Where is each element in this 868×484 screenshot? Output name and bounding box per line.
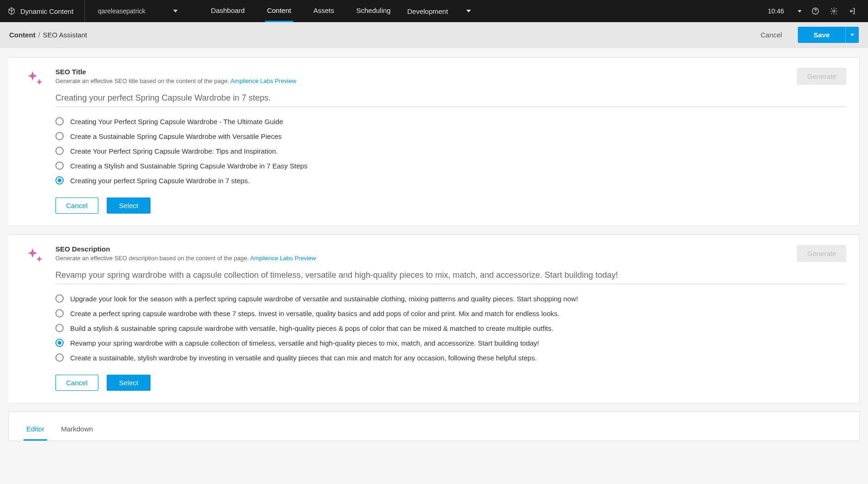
option-label: Upgrade your look for the season with a … — [70, 295, 578, 303]
seo-title-select-button[interactable]: Select — [107, 197, 151, 214]
seo-description-options: Upgrade your look for the season with a … — [55, 294, 846, 362]
time-select[interactable]: 10:46 — [768, 7, 802, 15]
seo-title-heading: SEO Title — [55, 68, 797, 76]
help-icon[interactable] — [811, 6, 820, 16]
nav-assets[interactable]: Assets — [312, 0, 336, 22]
radio-icon — [55, 339, 64, 347]
save-more-button[interactable] — [845, 27, 859, 43]
seo-description-option[interactable]: Create a perfect spring capsule wardrobe… — [55, 309, 846, 317]
editor-card: Editor Markdown — [8, 412, 860, 441]
tab-editor[interactable]: Editor — [24, 420, 47, 441]
seo-title-value[interactable]: Creating your perfect Spring Capsule War… — [55, 93, 846, 107]
radio-icon — [55, 161, 64, 170]
seo-description-select-button[interactable]: Select — [107, 375, 151, 391]
seo-description-option[interactable]: Revamp your spring wardrobe with a capsu… — [55, 339, 846, 347]
radio-icon — [55, 132, 64, 140]
seo-title-subtitle: Generate an effective SEO title based on… — [55, 78, 797, 84]
seo-title-options: Creating Your Perfect Spring Capsule War… — [55, 117, 846, 185]
chevron-down-icon — [466, 10, 471, 12]
seo-title-option[interactable]: Creating your perfect Spring Capsule War… — [55, 176, 846, 185]
option-label: Create Your Perfect Spring Capsule Wardr… — [70, 147, 278, 155]
development-select[interactable]: Development — [394, 0, 484, 22]
option-label: Create a Sustainable Spring Capsule Ward… — [70, 132, 282, 140]
seo-description-option[interactable]: Upgrade your look for the season with a … — [55, 294, 846, 303]
nav-scheduling[interactable]: Scheduling — [355, 0, 392, 22]
svg-point-2 — [833, 10, 835, 12]
sparkle-icon — [25, 69, 45, 89]
amplience-labs-link[interactable]: Amplience Labs Preview — [250, 255, 316, 262]
radio-icon — [55, 324, 64, 332]
logout-icon[interactable] — [848, 6, 857, 16]
cancel-button[interactable]: Cancel — [750, 26, 792, 43]
seo-description-heading: SEO Description — [55, 245, 797, 253]
radio-icon — [55, 294, 64, 303]
amplience-labs-link[interactable]: Amplience Labs Preview — [230, 78, 296, 84]
seo-title-option[interactable]: Creating Your Perfect Spring Capsule War… — [55, 117, 846, 125]
brand-logo-icon — [7, 7, 16, 15]
development-label: Development — [407, 7, 448, 15]
chevron-down-icon — [850, 34, 854, 36]
breadcrumb-root[interactable]: Content — [9, 31, 36, 39]
seo-description-option[interactable]: Create a sustainable, stylish wardrobe b… — [55, 353, 846, 362]
seo-title-option[interactable]: Creating a Stylish and Sustainable Sprin… — [55, 161, 846, 170]
seo-title-option[interactable]: Create a Sustainable Spring Capsule Ward… — [55, 132, 846, 140]
nav-content[interactable]: Content — [265, 0, 293, 22]
radio-icon — [55, 117, 64, 125]
seo-title-card: SEO Title Generate an effective SEO titl… — [8, 57, 860, 226]
seo-title-subtitle-text: Generate an effective SEO title based on… — [55, 78, 230, 84]
workspace-select[interactable]: qareleasepatrick — [85, 0, 191, 22]
generate-description-button[interactable]: Generate — [797, 245, 846, 262]
option-label: Revamp your spring wardrobe with a capsu… — [70, 339, 539, 347]
option-label: Build a stylish & sustainable spring cap… — [70, 324, 553, 332]
top-nav: Dynamic Content qareleasepatrick Dashboa… — [0, 0, 868, 22]
chevron-down-icon — [798, 10, 802, 12]
svg-point-1 — [815, 12, 816, 13]
brand-label: Dynamic Content — [20, 7, 73, 15]
settings-icon[interactable] — [829, 6, 838, 16]
radio-icon — [55, 309, 64, 317]
topnav-right: 10:46 — [768, 0, 868, 22]
time-value: 10:46 — [768, 7, 784, 15]
action-bar: Content / SEO Assistant Cancel Save — [0, 22, 868, 48]
main-nav-links: Dashboard Content Assets Scheduling — [191, 0, 392, 22]
content-scroll: SEO Title Generate an effective SEO titl… — [0, 48, 868, 484]
radio-icon — [55, 176, 64, 185]
option-label: Creating Your Perfect Spring Capsule War… — [70, 118, 283, 125]
seo-description-card: SEO Description Generate an effective SE… — [8, 234, 860, 403]
save-button[interactable]: Save — [798, 27, 845, 43]
chevron-down-icon — [173, 10, 178, 12]
seo-title-option[interactable]: Create Your Perfect Spring Capsule Wardr… — [55, 147, 846, 155]
seo-description-cancel-button[interactable]: Cancel — [55, 375, 98, 391]
seo-title-cancel-button[interactable]: Cancel — [55, 197, 98, 214]
seo-description-subtitle-text: Generate an effective SEO description ba… — [55, 255, 250, 262]
seo-description-option[interactable]: Build a stylish & sustainable spring cap… — [55, 324, 846, 332]
workspace-name: qareleasepatrick — [98, 7, 145, 15]
radio-icon — [55, 147, 64, 155]
nav-dashboard[interactable]: Dashboard — [209, 0, 247, 22]
brand: Dynamic Content — [0, 0, 84, 22]
breadcrumb-separator: / — [38, 31, 40, 39]
seo-description-value[interactable]: Revamp your spring wardrobe with a capsu… — [55, 270, 846, 284]
radio-icon — [55, 353, 64, 362]
option-label: Creating a Stylish and Sustainable Sprin… — [70, 162, 307, 170]
tab-markdown[interactable]: Markdown — [58, 420, 96, 441]
editor-tabs: Editor Markdown — [18, 412, 850, 441]
sparkle-icon — [25, 246, 45, 266]
option-label: Creating your perfect Spring Capsule War… — [70, 177, 250, 185]
option-label: Create a sustainable, stylish wardrobe b… — [70, 354, 537, 362]
breadcrumb-current: SEO Assistant — [43, 31, 87, 39]
save-button-group: Save — [798, 27, 859, 43]
seo-description-subtitle: Generate an effective SEO description ba… — [55, 255, 797, 262]
generate-title-button[interactable]: Generate — [797, 68, 846, 85]
option-label: Create a perfect spring capsule wardrobe… — [70, 310, 560, 317]
